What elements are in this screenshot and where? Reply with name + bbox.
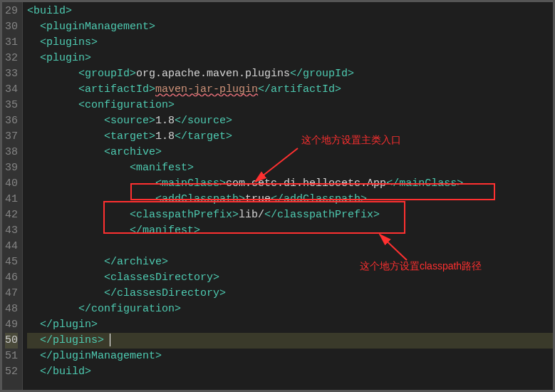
code-line[interactable]: <archive> — [27, 145, 553, 160]
code-line[interactable]: </pluginManagement> — [27, 349, 553, 364]
code-line[interactable]: <build> — [27, 4, 553, 19]
line-number: 43 — [5, 223, 18, 239]
code-line[interactable]: </plugins> — [27, 333, 553, 349]
text-cursor — [110, 334, 110, 346]
line-number: 48 — [5, 301, 18, 317]
code-line[interactable] — [27, 239, 553, 254]
line-number: 44 — [5, 239, 18, 254]
line-number: 45 — [5, 254, 18, 270]
line-number: 36 — [5, 113, 18, 129]
code-line[interactable]: <configuration> — [27, 98, 553, 113]
line-number: 49 — [5, 317, 18, 333]
line-number: 40 — [5, 176, 18, 192]
code-line[interactable]: </classesDirectory> — [27, 286, 553, 301]
line-number: 50 — [5, 333, 18, 349]
line-number: 33 — [5, 66, 18, 82]
code-editor[interactable]: 2930313233343536373839404142434445464748… — [2, 2, 553, 390]
line-number: 29 — [5, 4, 18, 19]
code-line[interactable]: <manifest> — [27, 160, 553, 176]
line-number: 32 — [5, 51, 18, 66]
code-area[interactable]: <build> <pluginManagement> <plugins> <pl… — [23, 2, 553, 390]
line-number: 46 — [5, 270, 18, 286]
code-line[interactable]: </configuration> — [27, 301, 553, 317]
code-line[interactable]: <classpathPrefix>lib/</classpathPrefix> — [27, 207, 553, 223]
line-number-gutter: 2930313233343536373839404142434445464748… — [2, 2, 23, 390]
line-number: 52 — [5, 364, 18, 380]
line-number: 42 — [5, 207, 18, 223]
code-line[interactable]: <artifactId>maven-jar-plugin</artifactId… — [27, 82, 553, 98]
code-line[interactable]: <target>1.8</target> — [27, 129, 553, 145]
line-number: 31 — [5, 35, 18, 51]
code-line[interactable]: </build> — [27, 364, 553, 380]
line-number: 47 — [5, 286, 18, 301]
line-number: 41 — [5, 192, 18, 207]
code-line[interactable]: </plugin> — [27, 317, 553, 333]
code-line[interactable]: <plugin> — [27, 51, 553, 66]
line-number: 34 — [5, 82, 18, 98]
code-line[interactable]: <addClasspath>true</addClasspath> — [27, 192, 553, 207]
code-line[interactable]: <mainClass>com.cetc.di.hellocetc.App</ma… — [27, 176, 553, 192]
line-number: 39 — [5, 160, 18, 176]
code-line[interactable]: <source>1.8</source> — [27, 113, 553, 129]
code-line[interactable]: <groupId>org.apache.maven.plugins</group… — [27, 66, 553, 82]
code-line[interactable]: </manifest> — [27, 223, 553, 239]
code-line[interactable]: <plugins> — [27, 35, 553, 51]
line-number: 37 — [5, 129, 18, 145]
line-number: 35 — [5, 98, 18, 113]
line-number: 30 — [5, 19, 18, 35]
code-line[interactable]: </archive> — [27, 254, 553, 270]
line-number: 51 — [5, 349, 18, 364]
code-line[interactable]: <pluginManagement> — [27, 19, 553, 35]
line-number: 38 — [5, 145, 18, 160]
code-line[interactable]: <classesDirectory> — [27, 270, 553, 286]
